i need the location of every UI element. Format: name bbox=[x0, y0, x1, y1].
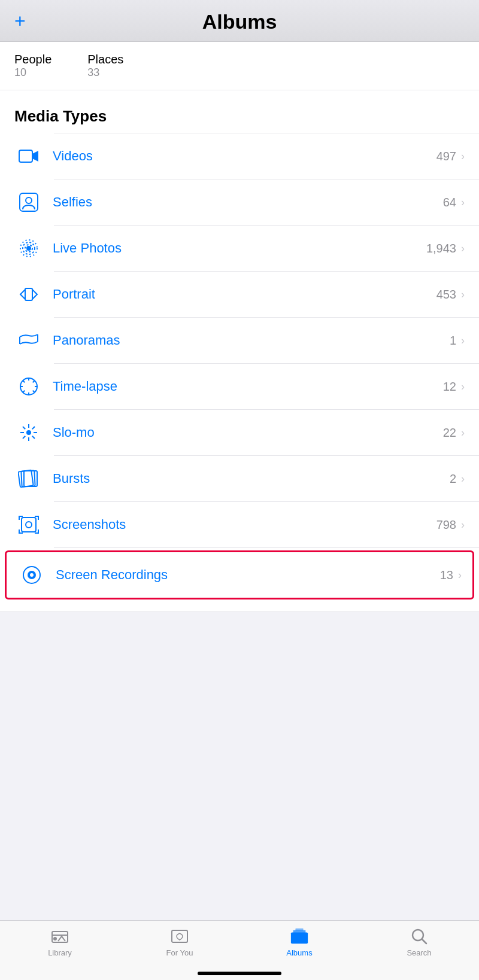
svg-line-24 bbox=[32, 427, 35, 429]
people-label: People bbox=[14, 53, 51, 66]
search-tab-icon bbox=[410, 927, 429, 946]
screen-recordings-label: Screen Recordings bbox=[56, 567, 440, 583]
media-types-section-header: Media Types bbox=[0, 90, 479, 133]
svg-rect-8 bbox=[25, 288, 32, 300]
divider bbox=[54, 547, 479, 548]
svg-line-14 bbox=[23, 381, 25, 383]
svg-line-23 bbox=[32, 436, 35, 439]
header: + Albums bbox=[0, 0, 479, 42]
screenshots-chevron: › bbox=[461, 519, 465, 531]
svg-rect-38 bbox=[291, 932, 308, 944]
live-photos-chevron: › bbox=[461, 242, 465, 255]
for-you-tab-label: For You bbox=[166, 948, 193, 957]
tab-bar: Library For You Albums bbox=[0, 920, 479, 980]
screen-recordings-chevron: › bbox=[458, 569, 462, 582]
bursts-label: Bursts bbox=[53, 471, 450, 486]
screenshots-count: 798 bbox=[436, 518, 456, 532]
svg-point-9 bbox=[20, 378, 37, 395]
people-places-row: People 10 Places 33 bbox=[0, 42, 479, 90]
tab-for-you[interactable]: For You bbox=[120, 927, 240, 957]
svg-rect-27 bbox=[18, 470, 33, 488]
bursts-count: 2 bbox=[450, 472, 456, 486]
portrait-count: 453 bbox=[436, 288, 456, 302]
list-item-time-lapse[interactable]: Time-lapse 12 › bbox=[0, 364, 479, 409]
library-tab-label: Library bbox=[48, 948, 72, 957]
list-item-portrait[interactable]: Portrait 453 › bbox=[0, 272, 479, 317]
list-item-selfies[interactable]: Selfies 64 › bbox=[0, 179, 479, 225]
svg-point-36 bbox=[53, 937, 57, 941]
bursts-chevron: › bbox=[461, 473, 465, 485]
live-photo-icon bbox=[14, 234, 43, 263]
home-indicator bbox=[198, 972, 281, 975]
svg-line-22 bbox=[23, 427, 25, 429]
people-count: 10 bbox=[14, 66, 51, 79]
slo-mo-icon bbox=[14, 418, 43, 447]
list-item-screenshots[interactable]: Screenshots 798 › bbox=[0, 502, 479, 547]
tab-library[interactable]: Library bbox=[0, 927, 120, 957]
svg-line-15 bbox=[33, 391, 35, 392]
page-title: Albums bbox=[202, 10, 277, 34]
time-lapse-count: 12 bbox=[443, 380, 456, 394]
videos-count: 497 bbox=[436, 150, 456, 163]
slo-mo-label: Slo-mo bbox=[53, 425, 443, 440]
svg-rect-40 bbox=[295, 929, 303, 931]
tab-search[interactable]: Search bbox=[359, 927, 479, 957]
media-types-title: Media Types bbox=[14, 107, 107, 125]
svg-marker-1 bbox=[32, 151, 38, 162]
tab-albums[interactable]: Albums bbox=[240, 927, 359, 957]
albums-tab-icon bbox=[290, 927, 309, 946]
svg-line-16 bbox=[33, 381, 35, 383]
videos-label: Videos bbox=[53, 148, 436, 164]
screen-recordings-count: 13 bbox=[440, 568, 453, 582]
svg-line-42 bbox=[422, 939, 426, 944]
list-item-screen-recordings[interactable]: Screen Recordings 13 › bbox=[5, 550, 474, 599]
screenshot-icon bbox=[14, 510, 43, 539]
bursts-icon bbox=[14, 464, 43, 493]
places-item[interactable]: Places 33 bbox=[87, 53, 123, 79]
places-count: 33 bbox=[87, 66, 123, 79]
time-lapse-label: Time-lapse bbox=[53, 379, 443, 394]
list-item-videos[interactable]: Videos 497 › bbox=[0, 133, 479, 179]
live-photos-label: Live Photos bbox=[53, 241, 426, 256]
svg-line-17 bbox=[23, 391, 25, 392]
svg-point-5 bbox=[27, 246, 31, 250]
svg-point-3 bbox=[26, 197, 32, 203]
bottom-divider bbox=[0, 611, 479, 612]
library-tab-icon bbox=[50, 927, 69, 946]
svg-point-26 bbox=[26, 430, 31, 435]
time-lapse-chevron: › bbox=[461, 381, 465, 393]
svg-rect-30 bbox=[22, 518, 36, 532]
portrait-icon bbox=[14, 280, 43, 309]
slo-mo-count: 22 bbox=[443, 426, 456, 440]
panorama-icon bbox=[14, 326, 43, 355]
list-item-bursts[interactable]: Bursts 2 › bbox=[0, 456, 479, 501]
svg-line-25 bbox=[23, 436, 25, 439]
screenshots-label: Screenshots bbox=[53, 517, 436, 532]
panoramas-chevron: › bbox=[461, 334, 465, 347]
time-lapse-icon bbox=[14, 372, 43, 401]
places-label: Places bbox=[87, 53, 123, 66]
for-you-tab-icon bbox=[170, 927, 189, 946]
selfie-icon bbox=[14, 188, 43, 217]
search-tab-label: Search bbox=[407, 948, 431, 957]
list-item-live-photos[interactable]: Live Photos 1,943 › bbox=[0, 226, 479, 271]
list-item-panoramas[interactable]: Panoramas 1 › bbox=[0, 318, 479, 363]
screen-record-icon bbox=[17, 561, 46, 589]
selfies-chevron: › bbox=[461, 196, 465, 209]
svg-point-34 bbox=[30, 573, 34, 577]
live-photos-count: 1,943 bbox=[426, 242, 456, 255]
slo-mo-chevron: › bbox=[461, 427, 465, 439]
portrait-label: Portrait bbox=[53, 287, 436, 302]
list-item-slo-mo[interactable]: Slo-mo 22 › bbox=[0, 410, 479, 455]
video-icon bbox=[14, 142, 43, 171]
albums-tab-label: Albums bbox=[286, 948, 312, 957]
add-album-button[interactable]: + bbox=[14, 11, 26, 31]
people-item[interactable]: People 10 bbox=[14, 53, 51, 79]
svg-point-31 bbox=[26, 522, 32, 528]
videos-chevron: › bbox=[461, 150, 465, 163]
portrait-chevron: › bbox=[461, 288, 465, 301]
panoramas-label: Panoramas bbox=[53, 333, 450, 348]
svg-rect-37 bbox=[172, 930, 187, 942]
panoramas-count: 1 bbox=[450, 334, 456, 348]
selfies-label: Selfies bbox=[53, 194, 443, 210]
